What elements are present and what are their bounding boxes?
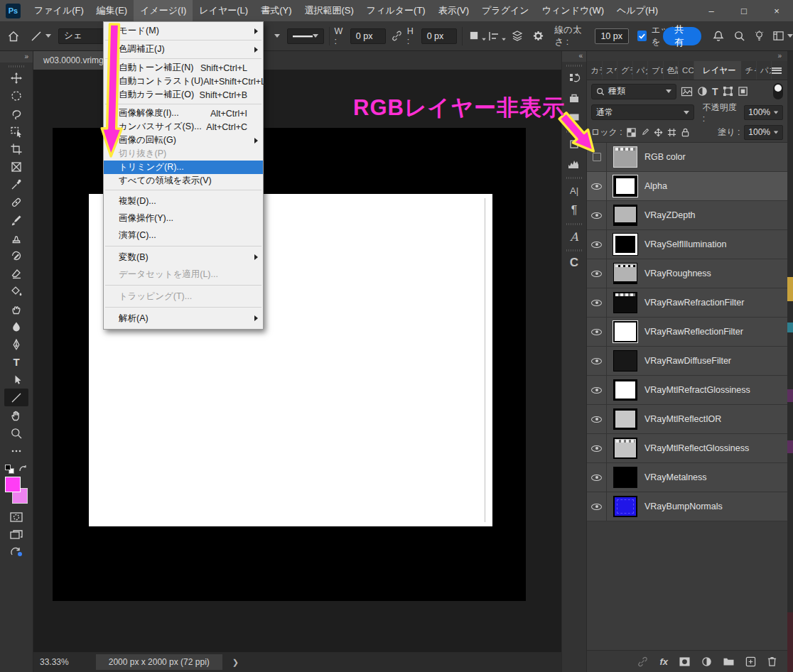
visibility-toggle[interactable] xyxy=(587,201,607,229)
visibility-toggle[interactable] xyxy=(587,259,607,288)
tab-color[interactable]: カラ xyxy=(587,61,603,80)
menu-item-trim[interactable]: トリミング(R)... xyxy=(104,161,263,174)
lock-pixels-icon[interactable] xyxy=(640,128,649,137)
filter-smart-objects-icon[interactable] xyxy=(738,86,748,97)
layer-thumbnail[interactable] xyxy=(613,263,637,284)
filter-pixel-layers-icon[interactable] xyxy=(681,87,693,97)
dock-grip[interactable] xyxy=(566,249,582,251)
paint-bucket-tool[interactable] xyxy=(4,282,28,300)
tab-paths[interactable]: パス xyxy=(757,61,772,80)
layer-row-vrayrawrefractionfilter[interactable]: VRayRawRefractionFilter xyxy=(587,288,787,318)
menu-file[interactable]: ファイル(F) xyxy=(28,0,90,21)
visibility-toggle[interactable] xyxy=(587,318,607,346)
menu-item-auto-color[interactable]: 自動カラー補正(O)Shift+Ctrl+B xyxy=(104,88,263,102)
menu-item-analysis[interactable]: 解析(A) xyxy=(104,310,263,327)
height-input[interactable]: 0 px xyxy=(421,28,458,44)
move-tool[interactable] xyxy=(4,69,28,87)
edit-toolbar-icon[interactable] xyxy=(4,442,28,460)
menu-edit[interactable]: 編集(E) xyxy=(90,0,134,21)
menu-item-calculations[interactable]: 演算(C)... xyxy=(104,227,263,244)
menu-item-auto-contrast[interactable]: 自動コントラスト(U)Alt+Shift+Ctrl+L xyxy=(104,75,263,88)
layer-row-vraymtlrefractglossiness[interactable]: VRayMtlRefractGlossiness xyxy=(587,376,787,405)
layer-row-vraybumpnormals[interactable]: VRayBumpNormals xyxy=(587,492,787,521)
clone-stamp-tool[interactable] xyxy=(4,229,28,246)
glyphs-panel-icon[interactable]: A xyxy=(570,227,578,246)
menu-item-image-size[interactable]: 画像解像度(I)...Alt+Ctrl+I xyxy=(104,107,263,120)
filter-type-layers-icon[interactable]: T xyxy=(712,86,718,97)
screen-mode-icon[interactable] xyxy=(4,526,28,543)
info-icon[interactable] xyxy=(568,134,580,154)
layer-thumbnail[interactable] xyxy=(613,438,637,459)
dock-collapse-icon[interactable]: « xyxy=(562,51,586,62)
fill-input[interactable]: 100% xyxy=(744,125,783,140)
object-selection-tool[interactable] xyxy=(4,122,28,140)
share-button[interactable]: 共有 xyxy=(663,27,702,45)
layer-row-vraymetalness[interactable]: VRayMetalness xyxy=(587,463,787,492)
eye-icon[interactable] xyxy=(591,242,602,248)
lock-artboard-icon[interactable] xyxy=(667,128,676,137)
path-operations-icon[interactable] xyxy=(468,31,486,41)
eye-icon[interactable] xyxy=(591,183,602,190)
lasso-tool[interactable] xyxy=(4,104,28,122)
eye-icon[interactable] xyxy=(591,387,602,394)
layer-row-vraymtlreflectior[interactable]: VRayMtlReflectIOR xyxy=(587,405,787,434)
layer-thumbnail[interactable] xyxy=(613,467,637,488)
libraries-icon[interactable] xyxy=(568,88,581,108)
tab-swatches[interactable]: スウ xyxy=(603,61,618,80)
new-group-folder-icon[interactable] xyxy=(723,656,735,666)
tab-properties[interactable]: プロ xyxy=(648,61,664,80)
layer-mask-icon[interactable] xyxy=(679,656,691,667)
menu-item-apply-image[interactable]: 画像操作(Y)... xyxy=(104,210,263,227)
opacity-input[interactable]: 100% xyxy=(744,105,783,120)
dock-grip[interactable] xyxy=(566,177,582,179)
maximize-button[interactable]: □ xyxy=(728,0,760,21)
menu-image[interactable]: イメージ(I) xyxy=(134,0,193,21)
tab-gradients[interactable]: グラ xyxy=(617,61,633,80)
eye-icon[interactable] xyxy=(591,212,602,219)
healing-brush-tool[interactable] xyxy=(4,193,28,211)
blend-mode-select[interactable]: 通常 xyxy=(591,104,694,120)
layer-row-rgb-color[interactable]: RGB color xyxy=(587,143,787,172)
swap-colors-icon[interactable] xyxy=(18,464,28,474)
visibility-toggle[interactable] xyxy=(587,463,607,492)
eye-icon[interactable] xyxy=(591,358,602,364)
lock-all-icon[interactable] xyxy=(681,127,690,137)
menu-item-canvas-size[interactable]: カンバスサイズ(S)...Alt+Ctrl+C xyxy=(104,120,263,134)
pen-tool[interactable] xyxy=(4,335,28,353)
edge-checkbox[interactable] xyxy=(637,31,647,41)
visibility-toggle[interactable] xyxy=(587,376,607,404)
hidden-eye-checkbox[interactable] xyxy=(593,153,601,161)
layer-row-vraymtlreflectglossiness[interactable]: VRayMtlReflectGlossiness xyxy=(587,434,787,463)
visibility-toggle[interactable] xyxy=(587,492,607,521)
frame-tool[interactable] xyxy=(4,158,28,175)
menu-item-variables[interactable]: 変数(B) xyxy=(104,249,263,266)
visibility-toggle[interactable] xyxy=(587,288,607,317)
layer-row-vrayrawreflectionfilter[interactable]: VRayRawReflectionFilter xyxy=(587,318,787,347)
layer-thumbnail[interactable] xyxy=(613,379,637,401)
layer-thumbnail[interactable] xyxy=(613,350,637,372)
cc-libraries-icon[interactable]: C xyxy=(570,253,578,273)
menu-help[interactable]: ヘルプ(H) xyxy=(610,0,664,21)
tab-layers[interactable]: レイヤー xyxy=(694,61,742,80)
document-tab[interactable]: w03.0000.vrimg xyxy=(33,51,114,70)
path-arrangement-icon[interactable] xyxy=(507,30,528,43)
menu-item-duplicate[interactable]: 複製(D)... xyxy=(104,193,263,210)
discover-lightbulb-icon[interactable] xyxy=(749,30,769,42)
layer-thumbnail[interactable] xyxy=(613,175,637,197)
dock-grip[interactable] xyxy=(566,65,582,67)
layer-row-vrayroughness[interactable]: VRayRoughness xyxy=(587,259,787,288)
menu-type[interactable]: 書式(Y) xyxy=(254,0,298,21)
link-layers-icon[interactable] xyxy=(637,656,649,668)
marquee-tool[interactable] xyxy=(4,87,28,104)
tool-preset-chevron-icon[interactable] xyxy=(45,34,51,38)
link-dimensions-icon[interactable] xyxy=(386,30,406,42)
tab-patterns[interactable]: パタ xyxy=(633,61,649,80)
layer-thumbnail[interactable] xyxy=(613,146,637,168)
layer-thumbnail[interactable] xyxy=(613,496,637,517)
lock-transparency-icon[interactable] xyxy=(627,128,636,137)
fill-chevron-icon[interactable] xyxy=(274,34,280,38)
layer-row-vrayselfillumination[interactable]: VRaySelfIllumination xyxy=(587,230,787,259)
foreground-color-swatch[interactable] xyxy=(5,477,21,492)
type-tool[interactable]: T xyxy=(4,353,28,371)
eye-icon[interactable] xyxy=(591,416,602,423)
